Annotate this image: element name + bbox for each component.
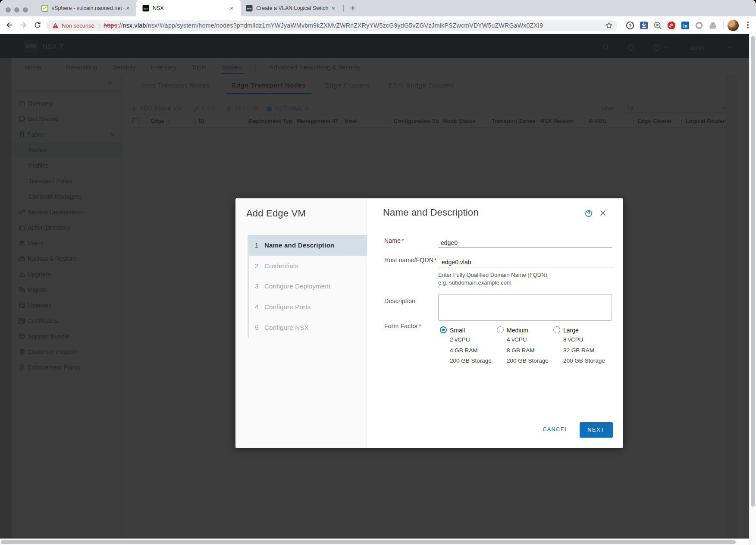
hostname-label: Host name/FQDN*: [384, 257, 436, 263]
adblocker-icon[interactable]: [667, 21, 676, 30]
url-text[interactable]: https://nsx.vlab/nsx/#/app/system/home/n…: [104, 22, 602, 29]
url-scheme: https: [104, 22, 117, 29]
spec-line: 200 GB Storage: [507, 356, 567, 366]
cancel-button[interactable]: CANCEL: [537, 425, 574, 434]
wizard-step[interactable]: 1 Name and Description: [249, 235, 367, 256]
horizontal-scrollbar-thumb[interactable]: [1, 540, 736, 544]
vertical-scrollbar[interactable]: [749, 34, 756, 545]
window-zoom-button[interactable]: [23, 7, 28, 13]
browser-tab[interactable]: NSX NSX ×: [136, 0, 241, 16]
spec-line: 4 GB RAM: [450, 345, 510, 356]
wizard-sidebar: Add Edge VM 1 Name and Description 2 Cre…: [235, 198, 367, 448]
url-host: nsx.vlab: [123, 22, 146, 29]
password-manager-icon[interactable]: [626, 21, 634, 30]
form-factor-option-label[interactable]: Medium: [507, 327, 528, 334]
arrow-forward-icon[interactable]: [19, 21, 27, 29]
hostname-input[interactable]: edge0.vlab: [442, 259, 471, 266]
form-factor-radio[interactable]: [440, 326, 447, 333]
wizard-step[interactable]: 5 Configure NSX: [249, 317, 367, 338]
extensions-separator: [723, 21, 724, 30]
form-factor-radio[interactable]: [553, 326, 560, 333]
spec-line: 2 vCPU: [450, 335, 510, 345]
svg-text:IP: IP: [656, 24, 659, 27]
step-label: Credentials: [260, 262, 298, 269]
svg-text:vm: vm: [247, 7, 251, 10]
required-asterisk: *: [419, 323, 421, 329]
form-factor-radio[interactable]: [497, 326, 504, 333]
form-factor-label: Form Factor*: [384, 323, 421, 329]
star-icon[interactable]: [605, 22, 613, 29]
help-circle-icon[interactable]: [585, 210, 593, 217]
horizontal-scrollbar[interactable]: [0, 539, 749, 545]
tab-title: vSphere - vulcain.naoned.net -: [52, 5, 124, 11]
add-edge-vm-modal: Add Edge VM 1 Name and Description 2 Cre…: [235, 198, 623, 448]
svg-text:NSX: NSX: [144, 7, 148, 10]
wizard-title: Add Edge VM: [246, 208, 306, 219]
browser-menu-icon[interactable]: •••: [744, 21, 752, 30]
wizard-step[interactable]: 3 Configure Deployment: [249, 276, 367, 297]
step-number: 3: [249, 282, 260, 290]
next-button[interactable]: NEXT: [580, 422, 613, 438]
downloader-icon[interactable]: [640, 21, 648, 30]
tab-close-icon[interactable]: ×: [330, 5, 337, 12]
security-warning-label[interactable]: Non sécurisé: [62, 22, 94, 29]
vertical-scrollbar-thumb[interactable]: [751, 36, 755, 507]
step-label: Configure NSX: [260, 324, 309, 331]
new-tab-button[interactable]: +: [348, 3, 358, 14]
tab-close-icon[interactable]: ×: [124, 5, 131, 12]
profile-avatar[interactable]: [728, 20, 739, 31]
arrow-back-icon[interactable]: [6, 21, 13, 29]
step-label: Configure Ports: [260, 303, 311, 310]
spec-line: 8 vCPU: [563, 335, 624, 345]
extensions-row: IPin: [626, 21, 722, 30]
browser-tabstrip: vSphere - vulcain.naoned.net - × NSX NSX…: [0, 0, 756, 16]
description-label: Description: [384, 298, 415, 304]
step-number: 4: [249, 303, 260, 310]
required-asterisk: *: [434, 257, 436, 263]
wizard-step[interactable]: 2 Credentials: [249, 256, 367, 276]
gdrive-icon[interactable]: [709, 21, 717, 30]
hostname-helper-line1: Enter Fully Qualified Domain Name (FQDN): [438, 272, 547, 278]
step-number: 5: [249, 324, 260, 331]
close-x-icon[interactable]: [599, 209, 607, 217]
form-factor-specs: 2 vCPU4 GB RAM200 GB Storage: [450, 335, 510, 366]
hostname-helper-line2: e.g. subdomain.example.com: [438, 279, 511, 286]
window-minimize-button[interactable]: [14, 7, 19, 13]
spec-line: 32 GB RAM: [563, 345, 624, 356]
step-label: Name and Description: [260, 241, 334, 249]
step-heading: Name and Description: [383, 207, 479, 218]
gray-ring-icon[interactable]: [695, 21, 703, 30]
reload-icon[interactable]: [34, 21, 41, 29]
warning-triangle-icon: [52, 22, 59, 28]
window-close-button[interactable]: [6, 7, 11, 13]
browser-window: vSphere - vulcain.naoned.net - × NSX NSX…: [0, 0, 756, 545]
name-input[interactable]: edge0: [441, 239, 458, 246]
form-factor-option-label[interactable]: Small: [450, 327, 465, 334]
wizard-step[interactable]: 4 Configure Ports: [249, 297, 367, 317]
browser-toolbar: Non sécurisé | https://nsx.vlab/nsx/#/ap…: [0, 16, 756, 34]
address-bar[interactable]: Non sécurisé | https://nsx.vlab/nsx/#/ap…: [46, 20, 617, 31]
required-asterisk: *: [402, 238, 404, 244]
url-scheme-suffix: ://: [117, 22, 123, 29]
url-path: /nsx/#/app/system/home/nodes?p=dmlldz1mY…: [146, 22, 543, 29]
form-factor-specs: 4 vCPU8 GB RAM200 GB Storage: [507, 335, 567, 366]
tab-title: Create a VLAN Logical Switch f: [256, 5, 330, 11]
linkedin-icon[interactable]: in: [681, 21, 690, 30]
name-label: Name*: [384, 237, 404, 244]
vmware-favicon-icon: vm: [246, 5, 253, 12]
step-label: Configure Deployment: [260, 282, 330, 290]
spec-line: 200 GB Storage: [563, 356, 624, 366]
form-factor-option-label[interactable]: Large: [563, 327, 579, 334]
vsphere-favicon-icon: [41, 5, 48, 12]
address-separator: |: [98, 22, 100, 29]
browser-tab[interactable]: vSphere - vulcain.naoned.net - ×: [36, 0, 136, 16]
description-textarea[interactable]: [438, 294, 612, 321]
tab-close-icon[interactable]: ×: [228, 5, 235, 12]
spec-line: 200 GB Storage: [450, 356, 510, 366]
ip-lookup-icon[interactable]: IP: [653, 21, 662, 30]
step-number: 2: [249, 262, 260, 269]
browser-tab[interactable]: vm Create a VLAN Logical Switch f ×: [241, 0, 342, 16]
form-factor-specs: 8 vCPU32 GB RAM200 GB Storage: [563, 335, 624, 366]
spec-line: 8 GB RAM: [507, 345, 567, 356]
wizard-steps: 1 Name and Description 2 Credentials 3 C…: [248, 235, 367, 338]
